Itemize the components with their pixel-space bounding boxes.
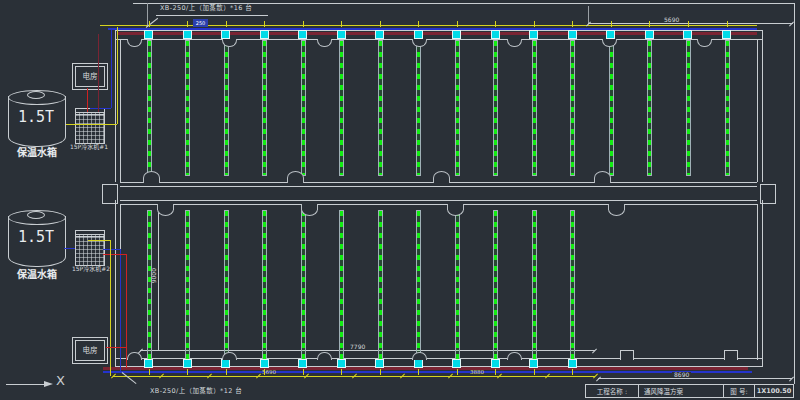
- wire-blue-top-v: [111, 29, 112, 108]
- spray-pipe: [378, 210, 383, 361]
- wire-yellow-bottom-h: [88, 240, 110, 241]
- wall-notch: [222, 39, 237, 47]
- chiller-top-unit: [75, 112, 105, 144]
- spray-unit-box: [452, 30, 461, 39]
- spray-unit-box: [491, 30, 500, 39]
- unit-feed-tick: [572, 21, 573, 27]
- wall-notch: [602, 39, 617, 47]
- top-unit-row-label: XB-250/上（加蒸散）*16 台: [160, 5, 252, 12]
- spray-unit-box: [221, 359, 230, 368]
- top-return-pipe-blue: [108, 28, 757, 30]
- dim-top-right-text: 5690: [662, 17, 681, 23]
- wall-notch: [412, 352, 427, 360]
- spray-unit-box: [414, 359, 423, 368]
- spray-pipe: [570, 40, 575, 176]
- spray-unit-box: [183, 359, 192, 368]
- power-room-top-inner: 电房: [75, 66, 105, 87]
- spray-pipe: [262, 210, 267, 361]
- wire-blue-top-h: [90, 108, 111, 109]
- top-room-left-wall-inner: [120, 39, 121, 182]
- spray-pipe: [416, 40, 421, 176]
- unit-feed-tick: [495, 21, 496, 27]
- drawing-canvas[interactable]: 1.5T 保温水箱 15P冷水机#1 电房 1.5T 保温水箱 15P冷水机#2…: [0, 0, 800, 400]
- dim-bottom-right-text: 8690: [672, 372, 691, 378]
- unit-feed-tick: [611, 21, 612, 27]
- wire-power-top: [87, 88, 88, 112]
- spray-pipe: [532, 40, 537, 176]
- unit-feed-tick: [649, 21, 650, 27]
- chiller-bottom-unit: [75, 234, 105, 266]
- dim-bottom-right-line: [598, 378, 792, 379]
- spray-pipe: [378, 40, 383, 176]
- x-axis-arrowhead: [44, 381, 53, 387]
- spray-pipe: [339, 40, 344, 176]
- dim-top-right-ext1: [588, 6, 589, 23]
- spray-pipe: [455, 40, 460, 176]
- x-axis-label: X: [56, 374, 65, 387]
- spray-pipe: [532, 210, 537, 361]
- door-swing: [301, 204, 318, 216]
- unit-feed-tick: [187, 21, 188, 27]
- x-axis-line: [6, 384, 46, 385]
- spray-unit-box: [645, 30, 654, 39]
- unit-feed-tick: [187, 369, 188, 375]
- title-block-sheet-label: 图 号:: [723, 385, 754, 397]
- spray-pipe: [224, 40, 229, 176]
- leader-dimension-tag[interactable]: 250: [193, 19, 208, 27]
- unit-feed-tick: [303, 21, 304, 27]
- top-room-right-wall-outer: [762, 30, 763, 182]
- spray-unit-box: [144, 30, 153, 39]
- unit-feed-tick: [534, 21, 535, 27]
- spray-unit-box: [529, 30, 538, 39]
- spray-pipe: [416, 210, 421, 361]
- bottom-room-left-wall-outer: [115, 200, 116, 366]
- top-label-underline: [156, 15, 268, 16]
- spray-pipe: [493, 40, 498, 176]
- bottom-room-inner-wall: [115, 358, 763, 359]
- spray-unit-box: [183, 30, 192, 39]
- spray-pipe: [725, 40, 730, 176]
- wall-notch: [507, 39, 522, 47]
- unit-feed-tick: [727, 21, 728, 27]
- spray-unit-box: [144, 359, 153, 368]
- unit-feed-tick: [534, 369, 535, 375]
- door-swing: [608, 204, 625, 216]
- spray-unit-box: [375, 30, 384, 39]
- tank-bottom-capacity: 1.5T: [8, 230, 64, 245]
- door-swing: [447, 204, 464, 216]
- wire-maroon-top-v: [98, 34, 99, 112]
- wall-notch: [317, 39, 332, 47]
- door-swing: [287, 171, 304, 183]
- spray-pipe: [185, 40, 190, 176]
- unit-feed-tick: [688, 21, 689, 27]
- wall-notch: [222, 352, 237, 360]
- spray-unit-box: [606, 30, 615, 39]
- unit-feed-tick: [149, 21, 150, 27]
- wire-yellow-bottom-v: [110, 240, 111, 376]
- unit-feed-tick: [418, 369, 419, 375]
- unit-feed-tick: [226, 369, 227, 375]
- dim-tick: [596, 377, 601, 382]
- title-block: 工程名称 : 通风降温方案 图 号: 1X100.50: [585, 384, 794, 398]
- unit-feed-tick: [457, 21, 458, 27]
- unit-feed-tick: [341, 369, 342, 375]
- wire-red-bottom-h: [103, 254, 126, 255]
- spray-unit-box: [491, 359, 500, 368]
- title-block-project-label: 工程名称 :: [586, 385, 638, 397]
- corridor-bottom-wall-2: [120, 204, 757, 205]
- top-room-inner-wall: [115, 39, 763, 40]
- spray-unit-box: [298, 359, 307, 368]
- bottom-supply-pipe-maroon: [103, 367, 748, 370]
- door-swing: [143, 171, 160, 183]
- bottom-room-right-wall-inner: [757, 204, 758, 360]
- corridor-bottom-wall-1: [120, 200, 757, 201]
- spray-pipe: [224, 210, 229, 361]
- power-room-bottom-inner: 电房: [75, 340, 105, 361]
- door-swing: [433, 171, 450, 183]
- tank-top-capacity: 1.5T: [8, 110, 64, 125]
- frame-right-line: [794, 3, 795, 384]
- spray-pipe: [185, 210, 190, 361]
- power-room-top-label: 电房: [83, 73, 98, 81]
- spray-pipe: [301, 210, 306, 361]
- top-room-right-wall-inner: [757, 39, 758, 182]
